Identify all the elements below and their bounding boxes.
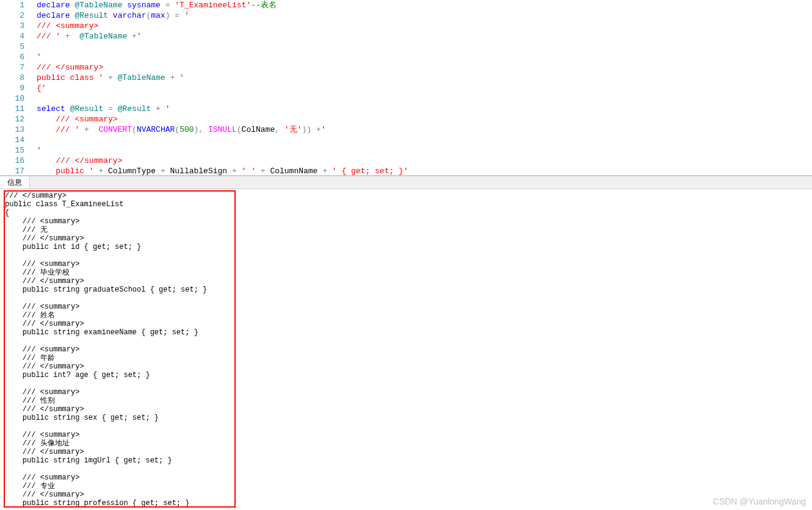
code-content[interactable]: declare @Result varchar(max) = ' (31, 10, 189, 21)
code-content[interactable]: public ' + ColumnType + NullableSign + '… (31, 166, 408, 176)
line-number: 4 (0, 31, 31, 41)
code-content[interactable]: select @Result = @Result + ' (31, 104, 170, 114)
line-number: 2 (0, 10, 31, 21)
code-content[interactable] (31, 135, 37, 145)
code-content[interactable]: ' (31, 145, 42, 156)
line-number: 13 (0, 124, 31, 135)
code-line[interactable]: 10 (0, 93, 812, 104)
code-content[interactable]: /// ' + CONVERT(NVARCHAR(500), ISNULL(Co… (31, 124, 325, 135)
line-number: 5 (0, 41, 31, 52)
output-text: /// </summary> public class T_ExamineeLi… (5, 192, 807, 508)
code-content[interactable]: /// ' + @TableName +' (31, 31, 142, 41)
line-number: 6 (0, 52, 31, 62)
code-line[interactable]: 15' (0, 145, 812, 156)
code-line[interactable]: 8public class ' + @TableName + ' (0, 73, 812, 83)
code-content[interactable]: /// <summary> (31, 114, 118, 124)
code-content[interactable]: /// <summary> (31, 21, 98, 31)
code-content[interactable]: public class ' + @TableName + ' (31, 73, 184, 83)
code-line[interactable]: 9{' (0, 83, 812, 93)
output-panel[interactable]: /// </summary> public class T_ExamineeLi… (0, 189, 812, 510)
code-line[interactable]: 2declare @Result varchar(max) = ' (0, 10, 812, 21)
line-number: 1 (0, 0, 31, 10)
code-content[interactable]: ' (31, 52, 42, 62)
code-content[interactable]: declare @TableName sysname = 'T_Examinee… (31, 0, 277, 10)
code-line[interactable]: 17 public ' + ColumnType + NullableSign … (0, 166, 812, 176)
line-number: 7 (0, 62, 31, 73)
watermark: CSDN @YuanlongWang (713, 497, 806, 506)
line-number: 17 (0, 166, 31, 176)
code-line[interactable]: 16 /// </summary> (0, 156, 812, 166)
code-content[interactable]: /// </summary> (31, 62, 103, 73)
line-number: 12 (0, 114, 31, 124)
code-line[interactable]: 14 (0, 135, 812, 145)
code-line[interactable]: 12 /// <summary> (0, 114, 812, 124)
code-content[interactable] (31, 41, 37, 52)
code-line[interactable]: 13 /// ' + CONVERT(NVARCHAR(500), ISNULL… (0, 124, 812, 135)
code-line[interactable]: 6' (0, 52, 812, 62)
code-line[interactable]: 11select @Result = @Result + ' (0, 104, 812, 114)
code-line[interactable]: 4/// ' + @TableName +' (0, 31, 812, 41)
tab-messages[interactable]: 信息 (0, 176, 30, 189)
line-number: 3 (0, 21, 31, 31)
line-number: 14 (0, 135, 31, 145)
line-number: 15 (0, 145, 31, 156)
results-tabbar: 信息 (0, 176, 812, 189)
code-line[interactable]: 7/// </summary> (0, 62, 812, 73)
line-number: 11 (0, 104, 31, 114)
code-content[interactable]: /// </summary> (31, 156, 122, 166)
code-content[interactable]: {' (31, 83, 46, 93)
code-line[interactable]: 5 (0, 41, 812, 52)
code-editor[interactable]: 1declare @TableName sysname = 'T_Examine… (0, 0, 812, 176)
code-line[interactable]: 1declare @TableName sysname = 'T_Examine… (0, 0, 812, 10)
code-content[interactable] (31, 93, 37, 104)
line-number: 10 (0, 93, 31, 104)
line-number: 16 (0, 156, 31, 166)
line-number: 9 (0, 83, 31, 93)
code-line[interactable]: 3/// <summary> (0, 21, 812, 31)
line-number: 8 (0, 73, 31, 83)
